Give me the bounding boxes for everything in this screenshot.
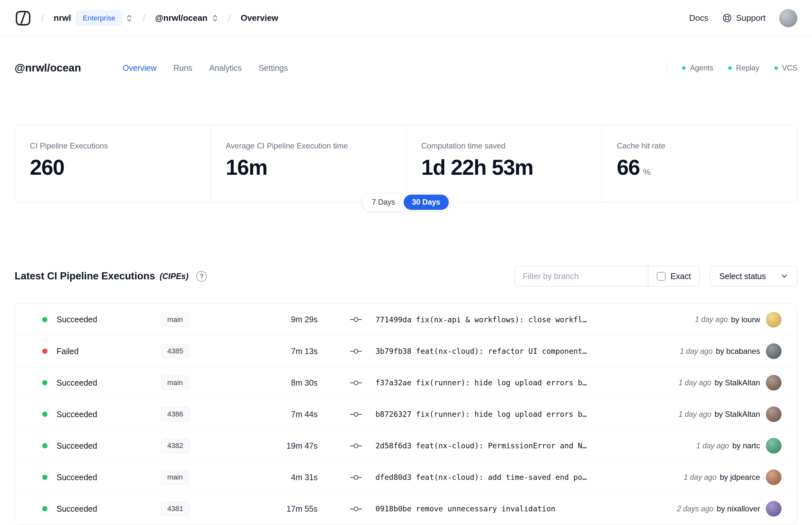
table-row[interactable]: Failed 4385 7m 13s 3b79fb38 feat(nx-clou… [15, 335, 797, 367]
author-avatar[interactable] [766, 501, 781, 516]
tab-overview[interactable]: Overview [123, 63, 156, 73]
author-avatar[interactable] [766, 375, 781, 390]
support-link[interactable]: Support [722, 13, 766, 23]
breadcrumb: / nrwl Enterprise / @nrwl/ocean / Overvi… [15, 10, 278, 27]
author: by StalkAltan [715, 378, 760, 387]
status-select-dropdown[interactable]: Select status [710, 266, 797, 287]
commit-message[interactable]: dfed80d3 feat(nx-cloud): add time-saved … [376, 473, 674, 481]
tab-settings[interactable]: Settings [259, 63, 288, 73]
author: by nixallover [717, 504, 760, 513]
status-label: Succeeded [57, 378, 161, 388]
table-row[interactable]: Succeeded main 9m 29s 771499da fix(nx-ap… [15, 304, 797, 335]
workspace-switcher-icon[interactable] [212, 13, 219, 23]
duration: 7m 13s [262, 347, 318, 356]
metrics-section: CI Pipeline Executions 260 Average CI Pi… [15, 125, 797, 203]
commit-icon [350, 443, 363, 449]
metric-computation-time-saved: Computation time saved 1d 22h 53m [406, 125, 601, 202]
commit-icon [350, 411, 363, 417]
author: by nartc [732, 441, 760, 450]
range-7-days-button[interactable]: 7 Days [364, 195, 404, 210]
timestamp: 1 day ago [680, 347, 713, 356]
commit-icon [350, 349, 363, 354]
status-dot [42, 443, 47, 448]
navbar-actions: Docs Support [689, 9, 797, 27]
metric-label: CI Pipeline Executions [30, 141, 211, 150]
commit-message[interactable]: 0918b0be remove unnecessary invalidation [376, 505, 667, 513]
status-agents[interactable]: Agents [682, 64, 713, 73]
branch-badge[interactable]: main [161, 376, 189, 390]
docs-link[interactable]: Docs [689, 13, 708, 23]
breadcrumb-separator: / [41, 13, 44, 24]
branch-badge[interactable]: 4381 [161, 501, 189, 516]
table-row[interactable]: Succeeded main 8m 30s f37a32ae fix(runne… [15, 367, 797, 398]
tab-analytics[interactable]: Analytics [209, 63, 242, 73]
timestamp: 2 days ago [677, 505, 714, 513]
commit-message[interactable]: 2d58f6d3 feat(nx-cloud): PermissionError… [376, 441, 687, 450]
timestamp: 1 day ago [695, 315, 728, 324]
table-row[interactable]: Succeeded 4381 17m 55s 0918b0be remove u… [15, 493, 797, 524]
author: by StalkAltan [715, 410, 760, 419]
status-dot [42, 317, 47, 322]
status-replay[interactable]: Replay [728, 64, 760, 73]
duration: 9m 29s [262, 315, 318, 324]
logo-icon [15, 10, 31, 27]
status-select-label: Select status [719, 272, 766, 281]
breadcrumb-separator: / [228, 13, 231, 24]
status-label: Succeeded [57, 410, 161, 419]
user-avatar[interactable] [779, 9, 797, 27]
metric-value: 1d 22h 53m [421, 155, 533, 180]
org-switcher-icon[interactable] [126, 13, 133, 23]
table-row[interactable]: Succeeded main 4m 31s dfed80d3 feat(nx-c… [15, 461, 797, 493]
commit-icon [350, 317, 363, 322]
table-row[interactable]: Succeeded 4382 19m 47s 2d58f6d3 feat(nx-… [15, 430, 797, 461]
cipes-section-header: Latest CI Pipeline Executions (CIPEs) ? … [15, 266, 797, 287]
tab-runs[interactable]: Runs [173, 63, 192, 73]
workspace-name[interactable]: @nrwl/ocean [155, 13, 207, 23]
author: by lourw [731, 315, 760, 324]
support-label: Support [736, 13, 766, 23]
duration: 7m 44s [262, 410, 318, 419]
branch-badge[interactable]: 4386 [161, 407, 189, 421]
author: by bcabanes [716, 347, 760, 356]
branch-badge[interactable]: main [161, 470, 189, 484]
commit-message[interactable]: f37a32ae fix(runner): hide log upload er… [376, 378, 669, 387]
cipes-table: Succeeded main 9m 29s 771499da fix(nx-ap… [15, 303, 797, 525]
duration: 8m 30s [262, 378, 318, 388]
timestamp: 1 day ago [678, 378, 711, 387]
status-label: Succeeded [57, 504, 161, 514]
branch-filter-input[interactable] [515, 266, 648, 287]
date-range-toggle: 7 Days 30 Days [362, 193, 450, 211]
status-vcs[interactable]: VCS [774, 64, 797, 73]
metric-label: Cache hit rate [617, 141, 797, 150]
breadcrumb-separator: / [142, 13, 145, 24]
author-avatar[interactable] [766, 438, 781, 453]
range-30-days-button[interactable]: 30 Days [403, 195, 448, 210]
table-row[interactable]: Succeeded 4386 7m 44s b8726327 fix(runne… [15, 398, 797, 430]
timestamp: 1 day ago [684, 473, 717, 482]
green-dot-icon [682, 66, 686, 70]
exact-checkbox[interactable] [657, 272, 665, 281]
metric-value: 66 [617, 155, 640, 180]
branch-badge[interactable]: main [161, 313, 189, 327]
author-avatar[interactable] [766, 343, 781, 359]
cipes-title: Latest CI Pipeline Executions [15, 270, 155, 282]
exact-match-toggle[interactable]: Exact [648, 266, 700, 287]
commit-message[interactable]: 3b79fb38 feat(nx-cloud): refactor UI com… [376, 347, 670, 356]
nx-cloud-logo[interactable] [15, 10, 31, 27]
help-icon[interactable]: ? [196, 271, 207, 282]
branch-badge[interactable]: 4382 [161, 439, 189, 453]
author-avatar[interactable] [766, 406, 781, 422]
commit-message[interactable]: 771499da fix(nx-api & workflows): close … [376, 315, 685, 324]
status-label: Succeeded [57, 473, 161, 482]
metric-value: 260 [30, 155, 64, 180]
top-navbar: / nrwl Enterprise / @nrwl/ocean / Overvi… [0, 0, 812, 36]
author-avatar[interactable] [766, 469, 781, 485]
author-avatar[interactable] [766, 312, 781, 328]
branch-badge[interactable]: 4385 [161, 344, 189, 358]
status-label: Failed [57, 347, 161, 356]
commit-message[interactable]: b8726327 fix(runner): hide log upload er… [376, 410, 669, 418]
org-name[interactable]: nrwl [53, 13, 71, 23]
cipes-title-suffix: (CIPEs) [159, 272, 188, 281]
metric-label: Average CI Pipeline Execution time [226, 141, 406, 150]
enterprise-badge: Enterprise [76, 11, 122, 26]
